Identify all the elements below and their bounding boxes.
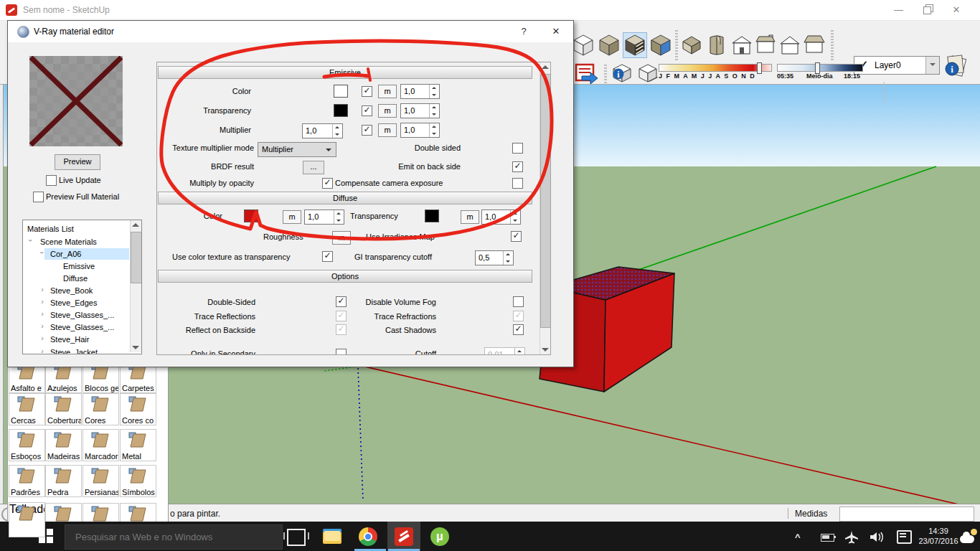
layer-manager-icon[interactable]: i <box>943 53 970 79</box>
diffuse-color-map-button[interactable]: m <box>283 210 301 224</box>
folder-tile[interactable]: Madeiras <box>45 429 82 461</box>
task-view-icon[interactable] <box>287 529 306 546</box>
folder-tile[interactable]: Carpetes <box>120 364 156 393</box>
gi-transparency-cutoff-spinner[interactable]: 0,5 <box>475 250 514 265</box>
toolbar-grip[interactable] <box>831 30 834 60</box>
face-style-shaded-icon[interactable] <box>598 33 621 57</box>
view-right-icon[interactable] <box>802 33 826 56</box>
toolbar-grip[interactable] <box>675 30 678 60</box>
emissive-color-swatch[interactable] <box>334 85 348 98</box>
restore-button[interactable] <box>915 0 940 20</box>
option-disable-volume-fog-checkbox[interactable] <box>513 296 524 307</box>
emissive-transparency-swatch[interactable] <box>334 104 348 117</box>
folder-tile-telhado[interactable]: Telhado <box>9 502 45 537</box>
folder-tile[interactable] <box>83 503 119 523</box>
emissive-transparency-map-button[interactable]: m <box>378 104 397 118</box>
live-update-checkbox[interactable] <box>46 175 57 186</box>
tree-item-cor-a06[interactable]: Cor_A06 <box>50 248 81 260</box>
folder-tile[interactable]: Cores <box>83 393 119 425</box>
preview-button[interactable]: Preview <box>55 154 100 170</box>
minimize-button[interactable] <box>887 0 911 20</box>
tree-collapse-icon[interactable] <box>39 347 46 354</box>
face-style-textured-icon[interactable] <box>623 33 646 57</box>
folder-tile[interactable] <box>120 503 156 523</box>
view-top-icon[interactable] <box>706 33 727 57</box>
emissive-multiplier-map-button[interactable]: m <box>378 123 397 137</box>
use-irradiance-map-checkbox[interactable] <box>511 231 522 242</box>
settings-panel-scrollbar[interactable] <box>540 62 551 354</box>
face-style-xray-icon[interactable] <box>572 33 595 57</box>
folder-tile[interactable]: Metal <box>120 429 156 461</box>
emissive-transparency-checkbox[interactable] <box>362 105 372 116</box>
dialog-help-button[interactable]: ? <box>514 24 534 39</box>
roughness-map-button[interactable]: m <box>332 231 351 245</box>
sketchup-taskbar-icon[interactable] <box>395 527 413 546</box>
diffuse-color-swatch[interactable] <box>244 209 258 222</box>
measurements-input[interactable] <box>839 507 974 522</box>
emissive-multiplier-spinner1[interactable]: 1,0 <box>302 123 343 138</box>
texture-multiplier-mode-dropdown[interactable]: Multiplier <box>258 142 336 157</box>
diffuse-color-spinner[interactable]: 1,0 <box>304 209 344 225</box>
tree-item-steve-jacket[interactable]: Steve_Jacket <box>50 347 98 354</box>
tree-item-steve-glasses-1[interactable]: Steve_Glasses_... <box>50 309 114 321</box>
compensate-exposure-checkbox[interactable] <box>512 178 523 189</box>
tree-collapse-icon[interactable] <box>39 285 46 293</box>
chrome-icon[interactable] <box>359 527 377 546</box>
folder-tile[interactable]: Esboços <box>9 429 45 461</box>
options-section-header[interactable]: Options <box>158 270 532 283</box>
emissive-transparency-spinner[interactable]: 1,0 <box>400 103 440 118</box>
tree-expand-icon[interactable] <box>38 249 47 256</box>
chevron-down-icon[interactable] <box>925 57 939 74</box>
close-button[interactable] <box>944 0 969 20</box>
tree-item-steve-edges[interactable]: Steve_Edges <box>50 297 97 309</box>
view-iso-icon[interactable] <box>681 34 702 56</box>
tree-item-steve-book[interactable]: Steve_Book <box>50 285 93 296</box>
option-cast-shadows-checkbox[interactable] <box>513 324 524 335</box>
tree-collapse-icon[interactable] <box>39 297 46 306</box>
folder-tile[interactable]: Símbolos <box>120 465 156 497</box>
folder-tile[interactable]: Blocos ge <box>83 364 119 393</box>
face-style-monochrome-icon[interactable] <box>649 33 672 57</box>
tree-item-emissive[interactable]: Emissive <box>63 260 95 272</box>
airplane-mode-icon[interactable] <box>844 529 859 544</box>
tree-collapse-icon[interactable] <box>39 321 46 330</box>
use-color-texture-checkbox[interactable] <box>322 251 333 262</box>
shadow-settings-icon[interactable]: i <box>611 63 633 83</box>
emissive-color-spinner[interactable]: 1,0 <box>400 84 440 99</box>
folder-tile[interactable]: Asfalto e <box>9 364 45 393</box>
emit-back-side-checkbox[interactable] <box>512 161 523 172</box>
file-explorer-icon[interactable] <box>323 529 341 544</box>
folder-tile[interactable]: Cores co <box>120 393 156 425</box>
tree-item-diffuse[interactable]: Diffuse <box>63 273 88 284</box>
volume-icon[interactable] <box>870 531 887 543</box>
diffuse-transparency-spinner[interactable]: 1,0 <box>481 209 521 225</box>
dialog-close-button[interactable]: ✕ <box>546 24 566 39</box>
taskbar-search[interactable] <box>65 524 283 550</box>
emissive-section-header[interactable]: Emissive <box>158 66 532 79</box>
emissive-multiplier-spinner2[interactable]: 1,0 <box>400 123 440 138</box>
diffuse-transparency-swatch[interactable] <box>425 209 439 222</box>
diffuse-transparency-map-button[interactable]: m <box>461 210 479 224</box>
materials-list-scrollbar[interactable] <box>130 220 141 352</box>
folder-tile[interactable] <box>45 503 82 523</box>
shadow-time-slider[interactable] <box>777 64 863 72</box>
folder-tile[interactable]: Padrões <box>9 465 45 497</box>
layer-dropdown[interactable]: ✓ Layer0 <box>854 56 940 75</box>
tree-item-steve-hair[interactable]: Steve_Hair <box>50 334 89 345</box>
tray-chevron-icon[interactable]: ^ <box>795 532 801 542</box>
option-only-secondary-checkbox[interactable] <box>336 349 347 355</box>
search-input[interactable] <box>65 525 278 549</box>
diffuse-section-header[interactable]: Diffuse <box>158 192 532 204</box>
folder-tile[interactable]: Cercas <box>9 393 45 425</box>
utorrent-icon[interactable]: µ <box>430 527 449 546</box>
view-front-icon[interactable] <box>731 34 753 56</box>
dialog-titlebar[interactable]: V-Ray material editor ? ✕ <box>8 21 573 42</box>
view-left-icon[interactable] <box>779 34 801 56</box>
send-to-layout-icon[interactable] <box>573 63 600 85</box>
folder-tile[interactable]: Persianas <box>83 465 119 497</box>
toolbar-grip[interactable] <box>604 65 607 83</box>
tree-collapse-icon[interactable] <box>39 334 46 342</box>
tree-item-scene-materials[interactable]: Scene Materials <box>40 236 97 248</box>
double-sided-checkbox[interactable] <box>512 143 523 154</box>
emissive-multiplier-checkbox[interactable] <box>362 125 372 136</box>
